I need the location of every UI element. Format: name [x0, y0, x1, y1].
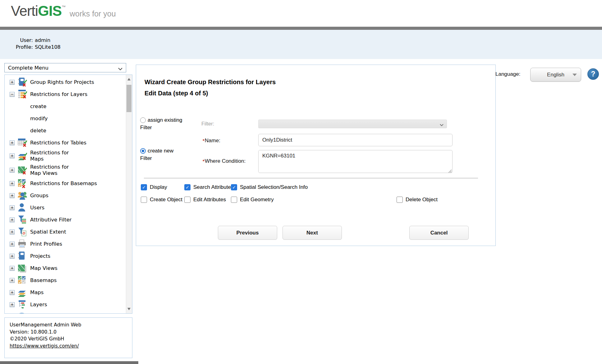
language-select[interactable]: English — [530, 68, 581, 82]
tree-item-label[interactable]: delete — [30, 128, 46, 134]
tree-item-label[interactable]: create — [30, 103, 46, 110]
expand-icon[interactable]: + — [10, 266, 15, 271]
tree-item[interactable]: +Basemaps — [5, 274, 125, 286]
tree-item-label[interactable]: Projects — [30, 253, 50, 259]
radio-assign-existing-filter[interactable]: assign existing Filter — [140, 116, 190, 131]
tree-item[interactable]: +Map Views — [5, 262, 125, 274]
groups-icon — [17, 190, 27, 201]
tree-item-label[interactable]: Attributive Filter — [30, 217, 71, 223]
tree-item[interactable]: +Restrictions for Tables — [5, 137, 125, 149]
filter-dropdown[interactable] — [258, 120, 447, 128]
expand-icon[interactable]: + — [10, 230, 15, 234]
expand-icon[interactable]: + — [10, 242, 15, 247]
tree-item-label[interactable]: Data Sources — [30, 314, 64, 314]
checkbox-unchecked-icon[interactable] — [184, 197, 191, 203]
expand-icon[interactable]: + — [10, 217, 15, 222]
tree-item-label[interactable]: Map Views — [30, 265, 57, 271]
tree-item-label[interactable]: Restrictions for Layers — [30, 91, 87, 98]
expand-icon[interactable]: + — [10, 168, 15, 173]
tree-item-label[interactable]: Basemaps — [30, 277, 57, 284]
tree-item-label[interactable]: Restrictions for Tables — [30, 140, 86, 146]
tree-item[interactable]: delete — [5, 125, 125, 137]
header-divider-bar — [0, 27, 602, 30]
tree-item[interactable]: +Restrictions for Map Views — [5, 163, 125, 177]
navigation-tree-panel: +Group Rights for Projects−Restrictions … — [4, 75, 132, 314]
tree-item-label[interactable]: Layers — [30, 302, 47, 308]
tree-item-label[interactable]: modify — [30, 116, 48, 122]
next-button[interactable]: Next — [283, 226, 342, 240]
expand-icon[interactable]: + — [10, 254, 15, 259]
tree-item[interactable]: +Maps — [5, 286, 125, 298]
expand-icon[interactable]: + — [10, 140, 15, 145]
tree-item-label[interactable]: Restrictions for Map Views — [30, 164, 77, 176]
cancel-button[interactable]: Cancel — [409, 226, 469, 240]
previous-button[interactable]: Previous — [218, 226, 277, 240]
radio-unchecked-icon[interactable] — [140, 117, 146, 123]
permission-create-object[interactable]: Create Object — [141, 197, 182, 203]
tree-item[interactable]: +Group Rights for Projects — [5, 76, 125, 88]
chevron-down-icon — [439, 122, 444, 128]
scroll-up-icon[interactable] — [127, 78, 131, 80]
tree-item[interactable]: + Groups — [5, 189, 125, 202]
name-field[interactable] — [258, 134, 453, 146]
tree-item-label[interactable]: Maps — [30, 289, 44, 296]
scrollbar-thumb[interactable] — [126, 85, 131, 112]
tree-item[interactable]: +Spatial Extent — [5, 226, 125, 238]
expand-icon[interactable]: + — [10, 278, 15, 283]
expand-icon[interactable]: + — [10, 193, 15, 198]
spatial-extent-icon — [17, 227, 27, 237]
permission-delete-object[interactable]: Delete Object — [397, 197, 438, 203]
expand-icon[interactable]: + — [10, 181, 15, 186]
tree-item[interactable]: +Users — [5, 202, 125, 214]
scroll-down-icon[interactable] — [127, 308, 131, 310]
permission-edit-attributes[interactable]: Edit Attributes — [184, 197, 226, 203]
checkbox-unchecked-icon[interactable] — [231, 197, 237, 203]
tree-item[interactable]: +Data Sources — [5, 311, 125, 314]
permission-spatial-selection-search-info[interactable]: ✓Spatial Selection/Search Info — [231, 184, 308, 190]
expand-icon[interactable]: + — [10, 80, 15, 85]
tree-item-label[interactable]: Users — [30, 205, 44, 211]
tree-item[interactable]: +Restrictions for Basemaps — [5, 177, 125, 189]
logo-verti: Verti — [11, 3, 38, 19]
about-version: Version: 10.800.1.0 — [10, 329, 132, 336]
about-copyright: ©2020 VertiGIS GmbH — [10, 335, 132, 343]
permission-display[interactable]: ✓Display — [141, 184, 167, 190]
tree-item-label[interactable]: Print Profiles — [30, 241, 62, 247]
menu-mode-select[interactable]: Complete Menu — [4, 63, 126, 72]
checkbox-unchecked-icon[interactable] — [397, 197, 403, 203]
tree-item[interactable]: +Attributive Filter — [5, 214, 125, 226]
checkbox-checked-icon[interactable]: ✓ — [141, 184, 147, 190]
help-icon[interactable]: ? — [587, 68, 599, 80]
vertigis-website-link[interactable]: https://www.vertigis.com/en/ — [10, 343, 79, 349]
profile-label: Profile: — [9, 44, 33, 51]
permission-label: Create Object — [150, 197, 182, 203]
radio-checked-icon[interactable] — [140, 148, 146, 154]
permission-edit-geometry[interactable]: Edit Geometry — [231, 197, 274, 203]
tree-item-label[interactable]: Spatial Extent — [30, 229, 66, 235]
tree-scrollbar[interactable] — [126, 75, 132, 313]
tree-item[interactable]: create — [5, 100, 125, 112]
tree-item[interactable]: +Projects — [5, 250, 125, 262]
checkbox-checked-icon[interactable]: ✓ — [231, 184, 237, 190]
tree-item[interactable]: +Print Profiles — [5, 238, 125, 250]
expand-icon[interactable]: + — [10, 290, 15, 295]
collapse-icon[interactable]: − — [10, 92, 15, 97]
print-profiles-icon — [17, 239, 27, 249]
expand-icon[interactable]: + — [10, 302, 15, 307]
radio-create-new-filter[interactable]: create new Filter — [140, 147, 184, 162]
tree-item[interactable]: +Layers — [5, 298, 125, 311]
tree-item-label[interactable]: Restrictions for Maps — [30, 150, 77, 162]
tree-item-label[interactable]: Group Rights for Projects — [30, 79, 94, 85]
tree-item[interactable]: modify — [5, 112, 125, 125]
expand-icon[interactable]: + — [10, 153, 15, 158]
expand-icon[interactable]: + — [10, 205, 15, 210]
checkbox-unchecked-icon[interactable] — [141, 197, 147, 203]
permission-label: Delete Object — [406, 197, 438, 203]
tree-item[interactable]: −Restrictions for Layers — [5, 88, 125, 100]
tree-item-label[interactable]: Groups — [30, 193, 48, 199]
where-condition-field[interactable]: KGNR=63101 — [258, 150, 453, 173]
permission-search-attributes[interactable]: ✓Search Attributes — [184, 184, 233, 190]
tree-item-label[interactable]: Restrictions for Basemaps — [30, 180, 97, 187]
checkbox-checked-icon[interactable]: ✓ — [184, 184, 191, 190]
tree-item[interactable]: +Restrictions for Maps — [5, 149, 125, 163]
